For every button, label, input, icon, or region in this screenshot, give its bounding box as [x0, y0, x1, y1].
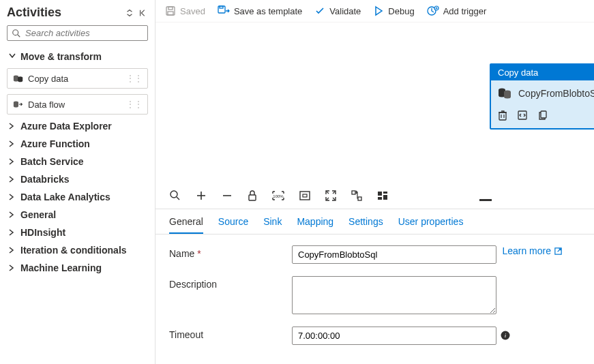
search-icon: [12, 29, 21, 38]
activities-sidebar: Activities Move & transform Copy data ⋮⋮…: [0, 0, 155, 364]
svg-rect-35: [249, 195, 256, 200]
svg-point-7: [18, 80, 23, 82]
activity-label: Copy data: [28, 74, 68, 84]
description-input[interactable]: [292, 276, 496, 314]
chevron-up-down-icon[interactable]: [125, 8, 134, 18]
svg-rect-37: [300, 192, 310, 200]
svg-point-4: [14, 79, 18, 82]
learn-more-link[interactable]: Learn more: [502, 245, 563, 256]
svg-rect-13: [168, 12, 173, 15]
save-icon: [165, 5, 176, 16]
caret-right-icon: [8, 211, 16, 218]
fit-screen-icon[interactable]: [299, 190, 311, 201]
zoom-out-icon[interactable]: [221, 189, 233, 202]
svg-rect-28: [541, 111, 546, 118]
node-name: CopyFromBlobtoSql: [518, 88, 594, 99]
auto-align-icon[interactable]: [351, 189, 363, 202]
saved-button: Saved: [165, 5, 205, 16]
group-azure-data-explorer[interactable]: Azure Data Explorer: [7, 117, 148, 135]
sidebar-title: Activities: [7, 5, 61, 20]
checkmark-icon: [314, 5, 325, 16]
caret-right-icon: [8, 247, 16, 254]
copy-data-node[interactable]: Copy data CopyFromBlobtoSql: [490, 63, 594, 130]
tab-general[interactable]: General: [169, 216, 203, 234]
timeout-label: Timeout: [169, 327, 292, 340]
svg-rect-40: [358, 197, 361, 200]
zoom-in-icon[interactable]: [195, 189, 207, 202]
external-link-icon: [554, 247, 563, 256]
svg-rect-43: [383, 195, 387, 200]
svg-rect-39: [352, 191, 355, 194]
info-icon[interactable]: i: [501, 331, 510, 340]
data-flow-icon: [13, 100, 24, 109]
caret-right-icon: [8, 123, 16, 130]
add-trigger-button[interactable]: Add trigger: [427, 5, 487, 16]
group-machine-learning[interactable]: Machine Learning: [7, 259, 148, 277]
drag-grip-icon[interactable]: ⋮⋮: [125, 73, 142, 84]
validate-button[interactable]: Validate: [314, 5, 361, 16]
name-label: Name*: [169, 245, 292, 259]
group-data-lake-analytics[interactable]: Data Lake Analytics: [7, 188, 148, 206]
play-icon: [373, 5, 384, 16]
activity-data-flow[interactable]: Data flow ⋮⋮: [7, 94, 148, 115]
layout-icon[interactable]: [376, 190, 389, 201]
tab-user-properties[interactable]: User properties: [398, 216, 464, 234]
top-toolbar: Saved Save as template Validate Debug Ad…: [155, 0, 594, 22]
general-form: Learn more Name* Description Timeout i: [155, 234, 594, 364]
svg-rect-38: [303, 194, 307, 197]
tab-mapping[interactable]: Mapping: [297, 216, 333, 234]
caret-right-icon: [8, 264, 16, 271]
activity-copy-data[interactable]: Copy data ⋮⋮: [7, 68, 148, 89]
svg-rect-12: [168, 7, 173, 10]
code-icon[interactable]: [517, 110, 528, 121]
svg-point-30: [170, 191, 177, 198]
search-input-wrap[interactable]: [7, 25, 148, 41]
name-input[interactable]: [292, 245, 496, 264]
svg-line-1: [18, 34, 20, 37]
debug-button[interactable]: Debug: [373, 5, 414, 16]
timeout-input[interactable]: [292, 327, 496, 345]
zoom-search-icon[interactable]: [169, 189, 181, 202]
caret-right-icon: [8, 194, 16, 200]
description-label: Description: [169, 276, 292, 290]
pipeline-canvas[interactable]: Copy data CopyFromBlobtoSql: [155, 22, 594, 183]
fullscreen-icon[interactable]: [325, 189, 337, 202]
tab-settings[interactable]: Settings: [348, 216, 383, 234]
save-as-template-button[interactable]: Save as template: [218, 5, 302, 16]
group-batch-service[interactable]: Batch Service: [7, 153, 148, 170]
zoom-100-icon[interactable]: 100%: [271, 190, 285, 201]
svg-rect-15: [220, 6, 223, 8]
collapse-panel-icon[interactable]: [138, 8, 148, 18]
tab-sink[interactable]: Sink: [263, 216, 282, 234]
svg-rect-41: [378, 192, 382, 196]
lock-icon[interactable]: [247, 189, 258, 202]
main-area: Saved Save as template Validate Debug Ad…: [155, 0, 594, 364]
clone-icon[interactable]: [537, 110, 548, 121]
caret-down-icon: [9, 52, 16, 61]
delete-icon[interactable]: [498, 110, 507, 121]
svg-rect-24: [499, 112, 506, 120]
svg-point-0: [13, 29, 18, 35]
canvas-toolbar: 100%: [155, 183, 594, 209]
property-tabs: General Source Sink Mapping Settings Use…: [155, 209, 594, 234]
caret-right-icon: [8, 140, 16, 147]
group-iteration-conditionals[interactable]: Iteration & conditionals: [7, 241, 148, 259]
trigger-icon: [427, 5, 439, 16]
group-move-transform[interactable]: Move & transform: [7, 48, 148, 65]
svg-rect-44: [378, 197, 382, 200]
group-azure-function[interactable]: Azure Function: [7, 135, 148, 153]
caret-right-icon: [8, 229, 16, 236]
svg-text:100%: 100%: [273, 194, 284, 198]
group-databricks[interactable]: Databricks: [7, 170, 148, 188]
node-header: Copy data: [491, 65, 594, 80]
copy-data-icon: [13, 74, 24, 83]
svg-rect-42: [383, 192, 387, 194]
drag-grip-icon[interactable]: ⋮⋮: [125, 99, 142, 110]
group-general[interactable]: General: [7, 206, 148, 224]
svg-point-23: [504, 95, 511, 99]
resize-handle[interactable]: [479, 199, 492, 201]
activity-label: Data flow: [28, 100, 65, 110]
tab-source[interactable]: Source: [218, 216, 248, 234]
search-input[interactable]: [25, 28, 143, 38]
group-hdinsight[interactable]: HDInsight: [7, 224, 148, 241]
